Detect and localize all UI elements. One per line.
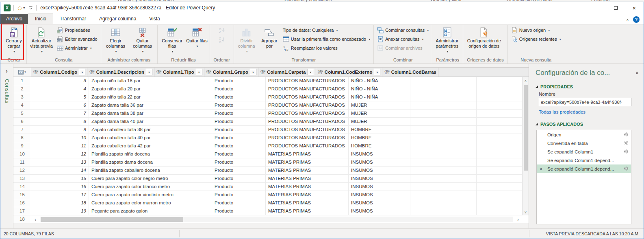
data-source-settings-button[interactable]: Configuración de origen de datos <box>464 25 503 49</box>
filter-button[interactable]: ▼ <box>79 69 85 75</box>
row-number[interactable]: 12 <box>13 167 31 174</box>
cell-carpeta[interactable]: INSUMOS <box>349 199 410 207</box>
scroll-right-icon[interactable]: › <box>514 217 522 222</box>
collapse-ribbon-icon[interactable]: ∧ <box>626 18 629 22</box>
cell-descripcion[interactable]: Zapato caballero talla 40 par <box>89 134 212 142</box>
cell-carpeta[interactable]: INSUMOS <box>349 183 410 191</box>
filter-button[interactable]: ▼ <box>308 69 314 75</box>
cell-grupo[interactable]: MATERIAS PRIMAS <box>266 199 349 207</box>
row-number[interactable]: 5 <box>13 110 31 117</box>
horizontal-scroll-thumb[interactable] <box>41 217 183 222</box>
cell-carpeta[interactable]: NIÑO - NIÑA <box>349 93 410 101</box>
cell-grupo[interactable]: MATERIAS PRIMAS <box>266 150 349 158</box>
remove-rows-button[interactable]: Quitar filas ▾ <box>186 25 208 49</box>
cell-codigo[interactable]: 9 <box>31 126 89 134</box>
row-number[interactable]: 16 <box>13 199 31 207</box>
properties-section-header[interactable]: PROPIEDADES <box>529 81 644 91</box>
cell-codigo[interactable]: 4 <box>31 85 89 93</box>
cell-grupo[interactable]: PRODUCTOS MANUFACTURADOS <box>266 101 349 109</box>
applied-step-item[interactable]: × Convertida en tabla <box>537 139 631 147</box>
cell-carpeta[interactable]: HOMBRE <box>349 142 410 150</box>
recent-sources-button[interactable]: Orígenes recientes ▾ <box>509 35 563 44</box>
cell-grupo[interactable]: PRODUCTOS MANUFACTURADOS <box>266 77 349 85</box>
applied-step-item[interactable]: × Se expandió Column1 <box>537 147 631 156</box>
chevron-down-icon[interactable]: ▾ <box>23 6 25 10</box>
cell-codexterno[interactable] <box>410 175 477 182</box>
cell-grupo[interactable]: PRODUCTOS MANUFACTURADOS <box>266 118 349 125</box>
cell-tipo[interactable]: Producto <box>212 158 266 166</box>
cell-carpeta[interactable]: HOMBRE <box>349 134 410 142</box>
cell-codexterno[interactable] <box>410 191 477 199</box>
cell-carpeta[interactable]: INSUMOS <box>349 167 410 174</box>
row-number[interactable]: 9 <box>13 142 31 150</box>
expand-queries-pane-icon[interactable]: › <box>6 68 7 74</box>
applied-step-item[interactable]: × Se expandió Column1.depend... <box>537 156 631 164</box>
cell-descripcion[interactable]: Cuero para zapato color marron metro <box>89 199 212 207</box>
cell-codexterno[interactable] <box>410 150 477 158</box>
applied-step-item[interactable]: × Se expandió Column1.depend... <box>537 164 631 173</box>
row-number[interactable]: 13 <box>13 175 31 182</box>
cell-carpeta[interactable]: MUJER <box>349 118 410 125</box>
cell-codexterno[interactable] <box>410 207 477 215</box>
manage-query-button[interactable]: Administrar ▾ <box>55 44 100 53</box>
cell-codigo[interactable]: 12 <box>31 150 89 158</box>
tab-agregar-columna[interactable]: Agregar columna <box>93 14 143 24</box>
vertical-scrollbar[interactable]: ∧ ∨ <box>522 77 529 215</box>
cell-tipo[interactable]: Producto <box>212 142 266 150</box>
gear-icon[interactable] <box>624 166 629 172</box>
properties-button[interactable]: Propiedades <box>55 26 100 35</box>
cell-codbarras[interactable] <box>477 175 529 182</box>
row-number[interactable]: 15 <box>13 191 31 199</box>
cell-codbarras[interactable] <box>477 207 529 215</box>
cell-descripcion[interactable]: Zapato dama talla 38 par <box>89 110 212 117</box>
cell-tipo[interactable]: Producto <box>212 207 266 215</box>
cell-codbarras[interactable] <box>477 85 529 93</box>
cell-codbarras[interactable] <box>477 158 529 166</box>
use-first-row-as-headers-button[interactable]: Usar la primera fila como encabezado ▾ <box>281 35 372 44</box>
choose-columns-button[interactable]: Elegir columnas ▾ <box>102 25 129 54</box>
sort-descending-button[interactable]: ZA <box>219 36 225 44</box>
close-and-load-button[interactable]: Cerrar y cargar ▾ <box>2 25 25 54</box>
column-header[interactable]: ABC 123 Column1.Grupo ▼ <box>204 68 258 77</box>
close-window-button[interactable]: × <box>625 2 644 13</box>
cell-grupo[interactable]: MATERIAS PRIMAS <box>266 183 349 191</box>
replace-values-button[interactable]: 12 Reemplazar los valores <box>281 44 372 53</box>
cell-descripcion[interactable]: Cuero para zapato color blanco metro <box>89 183 212 191</box>
customize-quick-access-toolbar-icon[interactable] <box>28 5 33 11</box>
column-header[interactable]: ABC 123 Column1.CodExterno ▼ <box>316 68 383 77</box>
scroll-up-icon[interactable]: ∧ <box>523 77 529 84</box>
tab-transformar[interactable]: Transformar <box>53 14 93 24</box>
cell-carpeta[interactable]: MUJER <box>349 101 410 109</box>
cell-carpeta[interactable]: NIÑO - NIÑA <box>349 77 410 85</box>
sort-ascending-button[interactable]: AZ <box>219 26 225 35</box>
all-properties-link[interactable]: Todas las propiedades <box>529 106 644 115</box>
horizontal-scrollbar[interactable]: ‹ › <box>31 215 529 223</box>
cell-codigo[interactable]: 6 <box>31 101 89 109</box>
cell-grupo[interactable]: PRODUCTOS MANUFACTURADOS <box>266 142 349 150</box>
cell-codbarras[interactable] <box>477 126 529 134</box>
cell-carpeta[interactable]: INSUMOS <box>349 207 410 215</box>
cell-codbarras[interactable] <box>477 150 529 158</box>
keep-rows-button[interactable]: Conservar filas ▾ <box>159 25 186 54</box>
row-number[interactable]: 7 <box>13 126 31 134</box>
cell-tipo[interactable]: Producto <box>212 77 266 85</box>
cell-codigo[interactable]: 10 <box>31 134 89 142</box>
row-number[interactable]: 10 <box>13 150 31 158</box>
cell-descripcion[interactable]: Cuero para zapato color negro metro <box>89 175 212 182</box>
cell-codigo[interactable]: 15 <box>31 175 89 182</box>
tab-vista[interactable]: Vista <box>143 14 166 24</box>
gear-icon[interactable] <box>624 140 629 146</box>
horizontal-scroll-track[interactable] <box>40 217 513 222</box>
cell-codigo[interactable]: 17 <box>31 191 89 199</box>
cell-codexterno[interactable] <box>410 134 477 142</box>
cell-codexterno[interactable] <box>410 167 477 174</box>
cell-codexterno[interactable] <box>410 126 477 134</box>
group-by-button[interactable]: Agrupar por <box>258 25 281 49</box>
cell-carpeta[interactable]: MUJER <box>349 110 410 117</box>
cell-codbarras[interactable] <box>477 93 529 101</box>
row-number[interactable]: 1 <box>13 77 31 85</box>
row-number[interactable]: 8 <box>13 134 31 142</box>
cell-codexterno[interactable] <box>410 85 477 93</box>
cell-codigo[interactable]: 13 <box>31 158 89 166</box>
gear-icon[interactable] <box>624 132 629 138</box>
